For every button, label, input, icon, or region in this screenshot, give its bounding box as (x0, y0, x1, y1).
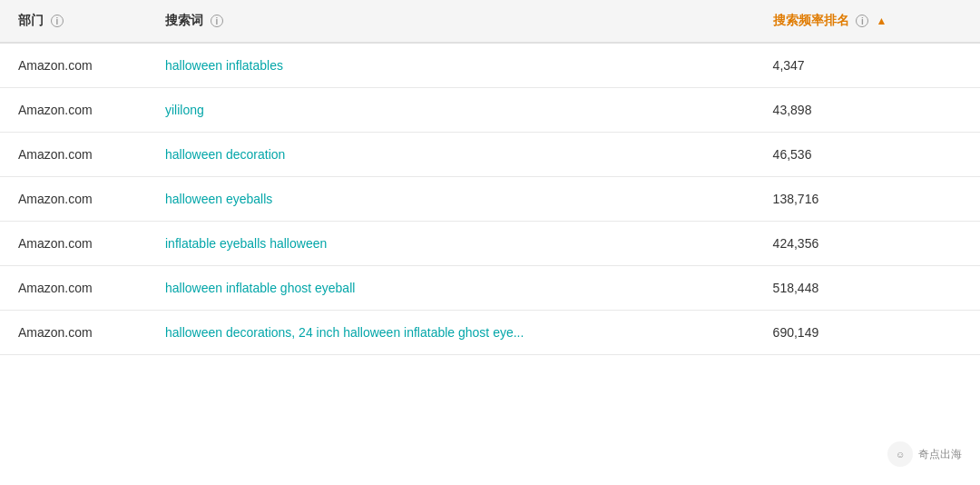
table-row: Amazon.comhalloween decoration46,536 (0, 133, 980, 177)
col-header-rank[interactable]: 搜索频率排名 i ▲ (755, 0, 980, 43)
cell-dept: Amazon.com (0, 43, 147, 88)
col-header-dept: 部门 i (0, 0, 147, 43)
table-row: Amazon.comhalloween decorations, 24 inch… (0, 311, 980, 355)
table-row: Amazon.comhalloween inflatable ghost eye… (0, 266, 980, 311)
cell-rank: 138,716 (755, 177, 980, 222)
table-body: Amazon.comhalloween inflatables4,347Amaz… (0, 43, 980, 355)
cell-rank: 4,347 (755, 43, 980, 88)
table-row: Amazon.comyililong43,898 (0, 88, 980, 133)
cell-dept: Amazon.com (0, 311, 147, 355)
rank-info-icon[interactable]: i (856, 15, 868, 27)
col-dept-label: 部门 (18, 13, 44, 27)
col-term-label: 搜索词 (165, 13, 203, 27)
table-row: Amazon.comhalloween inflatables4,347 (0, 43, 980, 88)
table-row: Amazon.comhalloween eyeballs138,716 (0, 177, 980, 222)
cell-dept: Amazon.com (0, 222, 147, 266)
cell-dept: Amazon.com (0, 266, 147, 311)
term-info-icon[interactable]: i (211, 15, 223, 27)
cell-rank: 46,536 (755, 133, 980, 177)
cell-dept: Amazon.com (0, 133, 147, 177)
dept-info-icon[interactable]: i (51, 15, 64, 27)
cell-search-term[interactable]: halloween inflatables (147, 43, 755, 88)
cell-search-term[interactable]: halloween decorations, 24 inch halloween… (147, 311, 755, 355)
cell-search-term[interactable]: halloween inflatable ghost eyeball (147, 266, 755, 311)
cell-dept: Amazon.com (0, 88, 147, 133)
cell-search-term[interactable]: yililong (147, 88, 755, 133)
cell-rank: 518,448 (755, 266, 980, 311)
col-rank-label: 搜索频率排名 (773, 13, 849, 27)
cell-rank: 43,898 (755, 88, 980, 133)
cell-rank: 424,356 (755, 222, 980, 266)
cell-dept: Amazon.com (0, 177, 147, 222)
cell-rank: 690,149 (755, 311, 980, 355)
cell-search-term[interactable]: halloween decoration (147, 133, 755, 177)
search-terms-table: 部门 i 搜索词 i 搜索频率排名 i ▲ Amazon.comhallowee… (0, 0, 980, 355)
sort-arrow-icon: ▲ (876, 15, 887, 27)
col-header-term: 搜索词 i (147, 0, 755, 43)
table-row: Amazon.cominflatable eyeballs halloween4… (0, 222, 980, 266)
table-header-row: 部门 i 搜索词 i 搜索频率排名 i ▲ (0, 0, 980, 43)
cell-search-term[interactable]: inflatable eyeballs halloween (147, 222, 755, 266)
main-container: 部门 i 搜索词 i 搜索频率排名 i ▲ Amazon.comhallowee… (0, 0, 980, 355)
cell-search-term[interactable]: halloween eyeballs (147, 177, 755, 222)
